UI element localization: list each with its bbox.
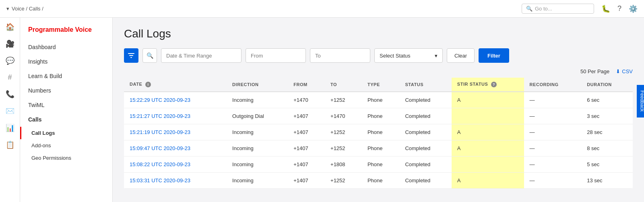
- video-icon[interactable]: 🎥: [6, 39, 14, 48]
- sidebar-item-dashboard[interactable]: Dashboard: [20, 40, 112, 54]
- cell-date: 15:09:47 UTC 2020-09-23: [124, 140, 227, 157]
- bug-icon[interactable]: 🐛: [601, 4, 610, 13]
- cell-recording: —: [524, 157, 582, 173]
- filter-bar: 🔍 Select Status ▾ Clear Filter: [124, 48, 633, 63]
- sidebar-subitem-geo-permissions[interactable]: Geo Permissions: [20, 152, 112, 164]
- cell-from: +1470: [288, 92, 325, 108]
- cell-recording: —: [524, 108, 582, 124]
- cell-direction: Incoming: [227, 124, 288, 140]
- cell-direction: Incoming: [227, 173, 288, 189]
- cell-direction: Incoming: [227, 157, 288, 173]
- sidebar-item-calls[interactable]: Calls: [20, 112, 112, 127]
- date-link[interactable]: 15:22:29 UTC 2020-09-23: [130, 97, 190, 103]
- table-icon[interactable]: 📊: [6, 124, 14, 132]
- hash-icon[interactable]: #: [8, 73, 12, 82]
- cell-from: +1407: [288, 157, 325, 173]
- select-status-label: Select Status: [380, 53, 411, 59]
- cell-stir-status: A: [452, 173, 524, 189]
- chevron-down-icon: ▾: [435, 53, 438, 59]
- cell-to: +1252: [325, 140, 362, 157]
- settings-icon[interactable]: ⚙️: [629, 4, 638, 13]
- search-icon: 🔍: [147, 52, 153, 59]
- table-row: 15:09:47 UTC 2020-09-23 Incoming +1407 +…: [124, 140, 633, 157]
- search-icon: 🔍: [526, 6, 533, 12]
- table-row: 15:21:19 UTC 2020-09-23 Incoming +1407 +…: [124, 124, 633, 140]
- breadcrumb: ▾ Voice / Calls /: [6, 6, 43, 12]
- filter-button[interactable]: Filter: [479, 48, 509, 63]
- cell-stir-status: A: [452, 140, 524, 157]
- filter-icon: [128, 52, 134, 59]
- stir-info-icon[interactable]: ?: [491, 82, 497, 87]
- col-header-status: STATUS: [399, 78, 451, 92]
- help-icon[interactable]: ?: [617, 4, 621, 13]
- filter-toggle-button[interactable]: [124, 48, 138, 63]
- download-icon: ⬇: [616, 68, 620, 74]
- cell-status: Completed: [399, 124, 451, 140]
- cell-status: Completed: [399, 140, 451, 157]
- col-header-direction: DIRECTION: [227, 78, 288, 92]
- date-link[interactable]: 15:09:47 UTC 2020-09-23: [130, 145, 190, 151]
- date-link[interactable]: 15:21:27 UTC 2020-09-23: [130, 113, 190, 119]
- layers-icon[interactable]: 📋: [6, 140, 14, 149]
- cell-type: Phone: [362, 157, 399, 173]
- sidebar-subitem-add-ons[interactable]: Add-ons: [20, 139, 112, 152]
- home-icon[interactable]: 🏠: [6, 23, 14, 31]
- col-header-from: FROM: [288, 78, 325, 92]
- sidebar-subitem-call-logs[interactable]: Call Logs: [20, 127, 112, 139]
- date-info-icon[interactable]: i: [145, 82, 151, 87]
- cell-date: 15:21:27 UTC 2020-09-23: [124, 108, 227, 124]
- cell-type: Phone: [362, 173, 399, 189]
- cell-type: Phone: [362, 92, 399, 108]
- table-row: 15:21:27 UTC 2020-09-23 Outgoing Dial +1…: [124, 108, 633, 124]
- date-link[interactable]: 15:21:19 UTC 2020-09-23: [130, 129, 190, 135]
- sidebar-item-insights[interactable]: Insights: [20, 54, 112, 69]
- sidebar-item-learn-build[interactable]: Learn & Build: [20, 69, 112, 83]
- date-link[interactable]: 15:03:31 UTC 2020-09-23: [130, 177, 190, 183]
- search-placeholder: Go to...: [535, 6, 552, 12]
- cell-duration: 5 sec: [581, 157, 633, 173]
- to-input[interactable]: [310, 48, 370, 63]
- filter-search-button[interactable]: 🔍: [142, 48, 157, 63]
- messaging-icon[interactable]: ✉️: [6, 107, 14, 115]
- cell-status: Completed: [399, 157, 451, 173]
- from-input[interactable]: [246, 48, 306, 63]
- cell-to: +1470: [325, 108, 362, 124]
- csv-export-button[interactable]: ⬇ CSV: [616, 68, 633, 74]
- top-nav-right: 🔍 Go to... 🐛 ? ⚙️: [522, 4, 638, 14]
- cell-recording: —: [524, 92, 582, 108]
- table-row: 15:22:29 UTC 2020-09-23 Incoming +1470 +…: [124, 92, 633, 108]
- chat-icon[interactable]: 💬: [6, 56, 14, 65]
- cell-recording: —: [524, 140, 582, 157]
- cell-duration: 3 sec: [581, 108, 633, 124]
- cell-direction: Outgoing Dial: [227, 108, 288, 124]
- cell-duration: 28 sec: [581, 124, 633, 140]
- cell-stir-status: A: [452, 124, 524, 140]
- cell-stir-status: [452, 157, 524, 173]
- date-time-range-input[interactable]: [161, 48, 242, 63]
- cell-date: 15:21:19 UTC 2020-09-23: [124, 124, 227, 140]
- cell-duration: 8 sec: [581, 140, 633, 157]
- cell-direction: Incoming: [227, 92, 288, 108]
- table-row: 15:08:22 UTC 2020-09-23 Incoming +1407 +…: [124, 157, 633, 173]
- cell-to: +1252: [325, 173, 362, 189]
- feedback-tab[interactable]: Feedback: [637, 85, 644, 117]
- breadcrumb-collapse[interactable]: ▾: [6, 6, 9, 12]
- cell-stir-status: [452, 108, 524, 124]
- global-search[interactable]: 🔍 Go to...: [522, 4, 594, 14]
- col-header-duration: DURATION: [581, 78, 633, 92]
- col-header-type: TYPE: [362, 78, 399, 92]
- sidebar-brand: Programmable Voice: [20, 23, 112, 40]
- breadcrumb-text: Voice / Calls /: [12, 6, 43, 12]
- cell-recording: —: [524, 124, 582, 140]
- left-icon-bar: 🏠 🎥 💬 # 📞 ✉️ 📊 📋: [0, 18, 20, 202]
- date-link[interactable]: 15:08:22 UTC 2020-09-23: [130, 161, 190, 167]
- select-status-dropdown[interactable]: Select Status ▾: [374, 48, 443, 63]
- sidebar-item-twiml[interactable]: TwiML: [20, 98, 112, 112]
- cell-from: +1407: [288, 140, 325, 157]
- phone-icon[interactable]: 📞: [6, 90, 14, 99]
- table-row: 15:03:31 UTC 2020-09-23 Incoming +1407 +…: [124, 173, 633, 189]
- cell-duration: 6 sec: [581, 92, 633, 108]
- cell-from: +1407: [288, 173, 325, 189]
- sidebar-item-numbers[interactable]: Numbers: [20, 83, 112, 98]
- clear-button[interactable]: Clear: [447, 48, 475, 63]
